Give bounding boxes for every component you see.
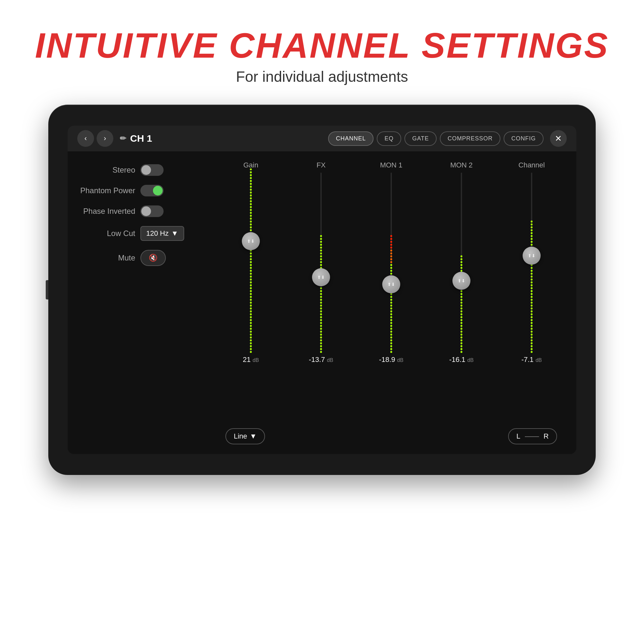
channel-dot <box>531 325 533 327</box>
channel-dot <box>531 345 533 347</box>
gain-dot <box>250 270 252 272</box>
phantom-power-toggle[interactable] <box>140 185 164 196</box>
gain-dot <box>250 252 252 254</box>
mon2-dot <box>460 351 462 353</box>
gain-dot <box>250 328 252 330</box>
forward-button[interactable]: › <box>97 130 113 147</box>
gain-fader-col: Gain <box>216 161 286 422</box>
mon2-fader-handle[interactable] <box>452 272 470 290</box>
mon2-dot <box>460 342 462 344</box>
lr-control[interactable]: L —— R <box>508 428 557 444</box>
mute-label: Mute <box>77 253 135 262</box>
tablet-side-button[interactable] <box>46 280 48 299</box>
right-panel: Gain <box>216 158 567 448</box>
fx-dot <box>320 258 322 260</box>
mon2-dot <box>460 316 462 318</box>
gain-dot <box>250 197 252 199</box>
gain-dot <box>250 334 252 336</box>
tab-config[interactable]: CONFIG <box>504 131 544 146</box>
channel-dot <box>531 310 533 312</box>
channel-dot <box>531 270 533 272</box>
fx-dot <box>320 345 322 347</box>
mon2-dot <box>460 258 462 260</box>
gain-fader-handle[interactable] <box>242 232 260 250</box>
channel-dot <box>531 238 533 240</box>
tab-channel[interactable]: CHANNEL <box>328 131 374 146</box>
gain-dot <box>250 200 252 202</box>
channel-dot <box>531 223 533 225</box>
channel-dot <box>531 229 533 231</box>
tab-gate[interactable]: GATE <box>404 131 437 146</box>
channel-dot <box>531 328 533 330</box>
gain-dot <box>250 351 252 353</box>
mon1-fader-handle[interactable] <box>382 275 400 293</box>
channel-dot <box>531 281 533 283</box>
channel-dot <box>531 348 533 350</box>
mon1-dot <box>390 296 392 298</box>
mon2-dot <box>460 325 462 327</box>
mon2-dot <box>460 339 462 341</box>
mon2-label: MON 2 <box>450 161 473 169</box>
fx-dot <box>320 293 322 295</box>
gain-dot <box>250 305 252 307</box>
gain-dot <box>250 287 252 289</box>
close-button[interactable]: ✕ <box>550 130 567 147</box>
back-button[interactable]: ‹ <box>77 130 94 147</box>
mon1-dot-orange <box>390 258 392 260</box>
mon1-dot <box>390 334 392 336</box>
channel-dot <box>531 331 533 333</box>
mon2-dot <box>460 293 462 295</box>
stereo-toggle[interactable] <box>140 164 164 176</box>
gain-dot <box>250 183 252 185</box>
channel-dot <box>531 290 533 292</box>
fx-dot <box>320 296 322 298</box>
mon2-value: -16.1 dB <box>449 355 474 364</box>
mon1-dot-red <box>390 241 392 243</box>
gain-dot <box>250 284 252 286</box>
low-cut-dropdown[interactable]: 120 Hz ▼ <box>140 226 184 241</box>
fx-fader-handle[interactable] <box>312 268 330 286</box>
mon1-dot <box>390 270 392 272</box>
mon1-label: MON 1 <box>380 161 403 169</box>
mon1-dot <box>390 348 392 350</box>
fx-dot <box>320 313 322 315</box>
fx-label: FX <box>317 161 326 169</box>
mon2-dot <box>460 345 462 347</box>
left-panel: Stereo Phantom Power Phase Inverted <box>77 158 206 448</box>
channel-fader-handle[interactable] <box>523 247 541 265</box>
bottom-controls: Line ▼ L —— R <box>216 425 567 448</box>
gain-dot <box>250 276 252 278</box>
gain-dot <box>250 342 252 344</box>
mute-icon: 🔇 <box>149 254 157 262</box>
fx-fader-col: FX <box>286 161 356 422</box>
mon1-dot <box>390 325 392 327</box>
channel-track <box>497 173 567 353</box>
input-type-button[interactable]: Line ▼ <box>225 428 265 444</box>
mon2-dot <box>460 290 462 292</box>
fx-dot <box>320 299 322 301</box>
gain-dot <box>250 302 252 304</box>
phase-inverted-toggle[interactable] <box>140 205 164 217</box>
mon2-track <box>426 173 497 353</box>
mon1-dot <box>390 319 392 321</box>
gain-dot <box>250 189 252 191</box>
phase-inverted-label: Phase Inverted <box>77 207 135 216</box>
mon1-dot-orange <box>390 252 392 254</box>
lr-left-label: L <box>516 432 520 440</box>
mute-button[interactable]: 🔇 <box>140 250 166 266</box>
gain-dot <box>250 212 252 214</box>
channel-dot <box>531 296 533 298</box>
tab-compressor[interactable]: COMPRESSOR <box>440 131 500 146</box>
channel-dot <box>531 322 533 324</box>
gain-dot <box>250 186 252 188</box>
tab-eq[interactable]: EQ <box>377 131 401 146</box>
channel-dot <box>531 305 533 307</box>
low-cut-control: Low Cut 120 Hz ▼ <box>77 226 206 241</box>
gain-track <box>216 173 286 353</box>
gain-dot <box>250 290 252 292</box>
mon2-dot <box>460 336 462 338</box>
lr-right-label: R <box>544 432 549 440</box>
mon1-dot <box>390 342 392 344</box>
mon1-dot-red <box>390 235 392 237</box>
fx-dot <box>320 331 322 333</box>
